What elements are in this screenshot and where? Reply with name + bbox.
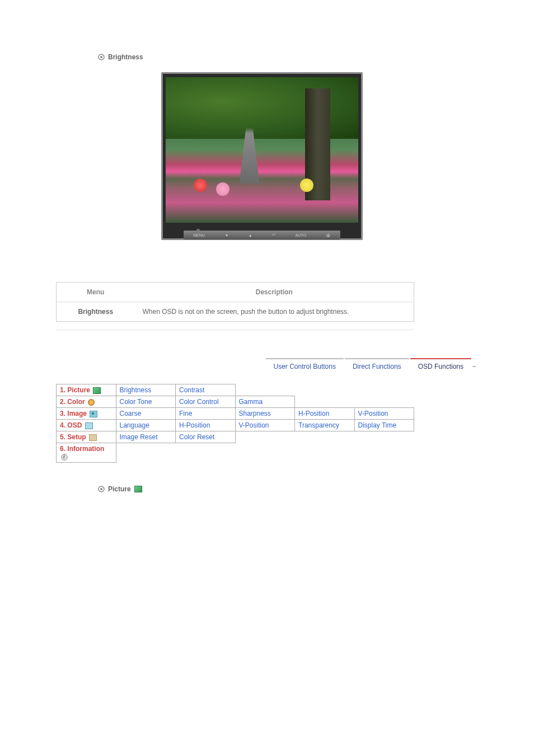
link-coarse[interactable]: Coarse: [116, 408, 176, 420]
link-color-reset[interactable]: Color Reset: [176, 431, 236, 443]
tab-user-control-buttons[interactable]: User Control Buttons: [266, 358, 344, 374]
table-row: Brightness When OSD is not on the screen…: [57, 302, 414, 322]
category-picture[interactable]: 1. Picture: [57, 384, 116, 396]
tab-direct-functions[interactable]: Direct Functions: [345, 358, 409, 374]
category-color-label: 2. Color: [60, 398, 85, 406]
category-image[interactable]: 3. Image: [57, 408, 116, 420]
osd-menu-table: 1. Picture Brightness Contrast 2. Color …: [56, 384, 414, 463]
category-picture-label: 1. Picture: [60, 386, 90, 394]
link-transparency[interactable]: Transparency: [295, 420, 355, 431]
desc-header-menu: Menu: [57, 283, 135, 302]
link-sharpness[interactable]: Sharpness: [235, 408, 295, 420]
picture-icon: [93, 387, 101, 394]
bullet-icon: [98, 486, 105, 492]
svg-point-3: [100, 488, 102, 490]
tab-osd-functions[interactable]: OSD Functions: [410, 358, 471, 374]
desc-cell-description: When OSD is not on the screen, push the …: [135, 302, 414, 322]
monitor-preview-image: MENU ▼ ▲ ⏎ AUTO ⏻: [56, 72, 467, 240]
section-title-picture: Picture: [108, 485, 131, 493]
category-osd-label: 4. OSD: [60, 421, 82, 429]
picture-icon: [134, 486, 142, 492]
monitor-btn-auto: AUTO: [296, 233, 306, 237]
monitor-btn-down: ▼: [224, 233, 228, 237]
link-color-control[interactable]: Color Control: [176, 396, 236, 408]
monitor-btn-up: ▲: [249, 233, 252, 237]
link-display-time[interactable]: Display Time: [354, 420, 414, 431]
category-osd[interactable]: 4. OSD: [57, 420, 116, 431]
color-icon: [88, 399, 95, 406]
picture-section-header: Picture: [98, 485, 467, 493]
category-color[interactable]: 2. Color: [57, 396, 116, 408]
link-gamma[interactable]: Gamma: [235, 396, 295, 408]
link-color-tone[interactable]: Color Tone: [116, 396, 176, 408]
link-image-h-position[interactable]: H-Position: [295, 408, 355, 420]
brightness-section-header: Brightness: [98, 53, 467, 61]
link-osd-h-position[interactable]: H-Position: [176, 420, 236, 431]
monitor-btn-menu: MENU: [193, 233, 205, 237]
category-setup-label: 5. Setup: [60, 433, 86, 441]
monitor-button-bar: MENU ▼ ▲ ⏎ AUTO ⏻: [184, 231, 340, 240]
desc-cell-menu: Brightness: [57, 302, 135, 322]
svg-point-1: [100, 56, 102, 58]
information-icon: [61, 454, 68, 461]
tab-trailing-mark: [472, 366, 476, 374]
category-image-label: 3. Image: [60, 410, 87, 417]
tabs-container: User Control Buttons Direct Functions OS…: [56, 358, 476, 374]
link-contrast[interactable]: Contrast: [176, 384, 236, 396]
link-image-reset[interactable]: Image Reset: [116, 431, 176, 443]
category-information-label: 6. Information: [60, 445, 104, 453]
osd-icon: [85, 422, 93, 429]
link-language[interactable]: Language: [116, 420, 176, 431]
link-brightness[interactable]: Brightness: [116, 384, 176, 396]
section-title-brightness: Brightness: [108, 53, 143, 61]
category-setup[interactable]: 5. Setup: [57, 431, 116, 443]
link-osd-v-position[interactable]: V-Position: [235, 420, 295, 431]
monitor-btn-enter: ⏎: [272, 233, 275, 237]
setup-icon: [89, 434, 97, 441]
bullet-icon: [98, 54, 105, 60]
image-icon: [90, 411, 97, 417]
monitor-btn-power: ⏻: [326, 233, 330, 237]
category-information[interactable]: 6. Information: [57, 443, 116, 463]
link-fine[interactable]: Fine: [176, 408, 236, 420]
desc-header-description: Description: [135, 283, 414, 302]
divider: [56, 330, 414, 330]
description-table: Menu Description Brightness When OSD is …: [56, 282, 414, 322]
link-image-v-position[interactable]: V-Position: [354, 408, 414, 420]
